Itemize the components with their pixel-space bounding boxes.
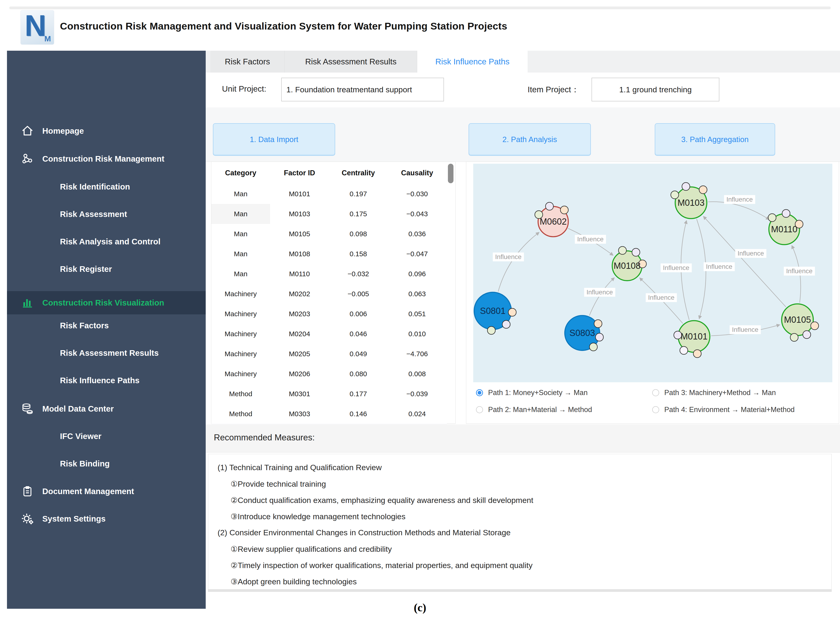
sidebar-item-construction-risk-visualization[interactable]: Construction Risk Visualization bbox=[7, 291, 206, 314]
cell-causality: 0.024 bbox=[388, 410, 446, 418]
page-title: Construction Risk Management and Visuali… bbox=[60, 20, 507, 32]
cell-centrality: 0.080 bbox=[329, 370, 388, 378]
sidebar-item-system-settings[interactable]: System Settings bbox=[7, 507, 206, 531]
path-radio-4[interactable]: Path 4: Environment → Material+Method bbox=[652, 406, 795, 414]
sidebar-item-risk-identification[interactable]: Risk Identification bbox=[7, 175, 206, 198]
tab-risk-assessment-results[interactable]: Risk Assessment Results bbox=[285, 51, 417, 73]
graph-node-M0103[interactable]: M0103 bbox=[671, 183, 707, 219]
gears-icon bbox=[21, 513, 33, 525]
sidebar-item-risk-influence-paths[interactable]: Risk Influence Paths bbox=[7, 369, 206, 392]
radio-unselected-icon[interactable] bbox=[652, 389, 659, 396]
graph-node-M0101[interactable]: M0101 bbox=[674, 321, 710, 358]
measure-line-6: ①Review supplier qualifications and cred… bbox=[231, 544, 392, 553]
table-row-M0303[interactable]: MethodM03030.1460.024 bbox=[211, 404, 447, 424]
graph-node-M0602[interactable]: M0602 bbox=[535, 202, 568, 237]
cell-causality: 0.063 bbox=[388, 290, 446, 298]
cell-category: Machinery bbox=[211, 290, 270, 298]
sidebar-item-label: Document Management bbox=[42, 487, 134, 496]
sidebar-item-risk-register[interactable]: Risk Register bbox=[7, 258, 206, 281]
table-row-M0108[interactable]: ManM01080.158−0.047 bbox=[211, 244, 447, 264]
cell-causality: −0.047 bbox=[388, 250, 446, 258]
sidebar-item-risk-analysis-and-control[interactable]: Risk Analysis and Control bbox=[7, 230, 206, 253]
bar-chart-icon bbox=[21, 297, 33, 309]
path-label: Path 4: Environment → Material+Method bbox=[664, 406, 795, 414]
sidebar-item-homepage[interactable]: Homepage bbox=[7, 119, 206, 143]
measure-line-8: ③Adopt green building technologies bbox=[231, 577, 357, 586]
column-header-factor-id: Factor ID bbox=[270, 169, 329, 177]
radio-selected-icon[interactable] bbox=[476, 389, 483, 396]
cell-category: Machinery bbox=[211, 350, 270, 358]
satellite-dot bbox=[693, 350, 701, 358]
table-row-M0105[interactable]: ManM01050.0980.036 bbox=[211, 224, 447, 244]
cell-factor_id: M0103 bbox=[270, 210, 329, 218]
unit-project-select[interactable]: 1. Foundation treatmentand support bbox=[281, 78, 444, 101]
top-divider bbox=[9, 6, 831, 9]
table-row-M0204[interactable]: MachineryM02040.0460.010 bbox=[211, 324, 447, 344]
project-filter-row: Unit Project: 1. Foundation treatmentand… bbox=[206, 73, 840, 108]
logo-sub-letter: M bbox=[44, 34, 51, 43]
sidebar-item-risk-factors[interactable]: Risk Factors bbox=[7, 314, 206, 337]
table-row-M0301[interactable]: MethodM03010.177−0.039 bbox=[211, 384, 447, 404]
satellite-dot bbox=[594, 320, 602, 328]
sidebar-item-model-data-center[interactable]: Model Data Center bbox=[7, 397, 206, 421]
step-button-1-data-import[interactable]: 1. Data Import bbox=[213, 123, 335, 156]
column-header-centrality: Centrality bbox=[329, 169, 388, 177]
satellite-dot bbox=[768, 214, 776, 222]
column-header-category: Category bbox=[211, 169, 270, 177]
clipboard-icon bbox=[21, 485, 33, 497]
cell-category: Machinery bbox=[211, 310, 270, 318]
sidebar-item-risk-assessment[interactable]: Risk Assessment bbox=[7, 203, 206, 226]
table-row-M0206[interactable]: MachineryM02060.0800.008 bbox=[211, 364, 447, 384]
item-project-select[interactable]: 1.1 ground trenching bbox=[592, 78, 719, 101]
unit-project-label: Unit Project: bbox=[222, 84, 266, 93]
path-radio-2[interactable]: Path 2: Man+Material → Method bbox=[476, 406, 592, 414]
satellite-dot bbox=[546, 202, 554, 210]
app-window: N M Construction Risk Management and Vis… bbox=[0, 0, 840, 622]
satellite-dot bbox=[502, 320, 510, 328]
step-button-2-path-analysis[interactable]: 2. Path Analysis bbox=[469, 123, 591, 156]
satellite-dot bbox=[811, 322, 819, 330]
table-scrollbar-thumb[interactable] bbox=[448, 164, 453, 183]
edge-label: Influence bbox=[493, 253, 524, 261]
table-row-M0203[interactable]: MachineryM02030.0060.051 bbox=[211, 304, 447, 324]
graph-node-M0108[interactable]: M0108 bbox=[612, 247, 647, 281]
cell-factor_id: M0101 bbox=[270, 190, 329, 198]
path-radio-3[interactable]: Path 3: Machinery+Method → Man bbox=[652, 389, 776, 397]
table-row-M0202[interactable]: MachineryM0202−0.0050.063 bbox=[211, 284, 447, 304]
edge-label: Influence bbox=[660, 264, 692, 272]
table-row-M0103[interactable]: ManM01030.175−0.043 bbox=[211, 204, 447, 224]
step-button-3-path-aggregation[interactable]: 3. Path Aggregation bbox=[655, 123, 775, 156]
cell-centrality: 0.006 bbox=[329, 310, 388, 318]
edge-label: Influence bbox=[575, 235, 606, 244]
cell-centrality: 0.197 bbox=[329, 190, 388, 198]
app-logo: N M bbox=[20, 10, 54, 45]
measures-scrollbar[interactable] bbox=[208, 589, 831, 592]
table-row-M0110[interactable]: ManM0110−0.0320.096 bbox=[211, 264, 447, 284]
table-row-M0101[interactable]: ManM01010.197−0.030 bbox=[211, 184, 447, 204]
sidebar-item-construction-risk-management[interactable]: Construction Risk Management bbox=[7, 147, 206, 171]
satellite-dot bbox=[680, 346, 688, 354]
graph-node-M0110[interactable]: M0110 bbox=[768, 209, 803, 245]
sidebar-item-document-management[interactable]: Document Management bbox=[7, 480, 206, 503]
tab-risk-influence-paths[interactable]: Risk Influence Paths bbox=[417, 51, 528, 73]
cell-factor_id: M0110 bbox=[270, 270, 329, 278]
graph-node-M0105[interactable]: M0105 bbox=[782, 304, 819, 341]
edge-label: Influence bbox=[784, 267, 815, 276]
satellite-dot bbox=[803, 331, 811, 338]
path-radio-1[interactable]: Path 1: Money+Society → Man bbox=[476, 389, 587, 397]
sidebar-item-ifc-viewer[interactable]: IFC Viewer bbox=[7, 425, 206, 448]
radio-unselected-icon[interactable] bbox=[476, 406, 483, 413]
node-label: M0101 bbox=[680, 332, 708, 341]
graph-node-S0801[interactable]: S0801 bbox=[474, 292, 516, 334]
sidebar-item-risk-binding[interactable]: Risk Binding bbox=[7, 452, 206, 475]
tab-bar: Risk FactorsRisk Assessment ResultsRisk … bbox=[206, 51, 840, 73]
radio-unselected-icon[interactable] bbox=[652, 406, 659, 413]
table-row-M0205[interactable]: MachineryM02050.049−4.706 bbox=[211, 344, 447, 364]
sidebar-item-risk-assessment-results[interactable]: Risk Assessment Results bbox=[7, 341, 206, 364]
cell-factor_id: M0206 bbox=[270, 370, 329, 378]
node-label: M0105 bbox=[784, 315, 811, 325]
tab-risk-factors[interactable]: Risk Factors bbox=[210, 51, 285, 73]
edge-S0801-M0602 bbox=[498, 233, 539, 291]
graph-node-S0803[interactable]: S0803 bbox=[565, 316, 603, 351]
edge-label: Influence bbox=[703, 262, 735, 271]
